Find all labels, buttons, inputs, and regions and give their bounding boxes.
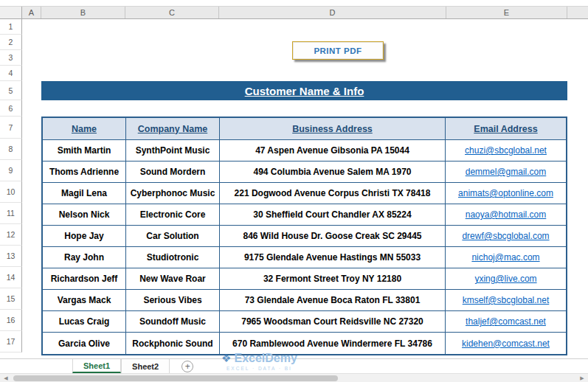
name-cell[interactable]: Magil Lena xyxy=(43,183,126,204)
print-pdf-button[interactable]: PRINT PDF xyxy=(292,41,384,60)
address-cell[interactable]: 32 Fermont Street Troy NY 12180 xyxy=(220,268,446,289)
table-row: Ray John Studiotronic 9175 Glendale Aven… xyxy=(43,247,566,268)
header-email[interactable]: Email Address xyxy=(446,118,566,139)
column-header-d[interactable]: D xyxy=(219,7,446,18)
table-row: Thoms Adrienne Sound Mordern 494 Columbi… xyxy=(43,162,566,183)
table-row: Richardson Jeff New Wave Roar 32 Fermont… xyxy=(43,268,566,290)
name-cell[interactable]: Vargas Mack xyxy=(43,290,126,310)
row-header-9[interactable]: 9 xyxy=(0,160,22,181)
email-link[interactable]: demmel@gmail.com xyxy=(446,162,566,182)
address-cell[interactable]: 9175 Glendale Avenue Hastings MN 55033 xyxy=(220,247,446,268)
address-cell[interactable]: 47 Aspen Avenue Gibsonia PA 15044 xyxy=(220,140,446,161)
table-row: Vargas Mack Serious Vibes 73 Glendale Av… xyxy=(43,290,566,311)
row-header-6[interactable]: 6 xyxy=(0,100,22,117)
column-header-c[interactable]: C xyxy=(125,7,219,18)
address-cell[interactable]: 30 Sheffield Court Chandler AX 85224 xyxy=(220,204,446,225)
address-cell[interactable]: 73 Glendale Avenue Boca Raton FL 33801 xyxy=(220,290,446,310)
tab-sheet1[interactable]: Sheet1 xyxy=(72,359,121,373)
table-row: Garcia Olive Rockphonic Sound 670 Ramble… xyxy=(43,333,566,354)
table-header-row: Name Company Name Business Address Email… xyxy=(43,118,566,140)
tab-bar-spacer xyxy=(0,359,72,373)
horizontal-scrollbar[interactable]: ◀ ▶ xyxy=(0,373,588,382)
scroll-right-arrow-icon[interactable]: ▶ xyxy=(576,374,588,382)
address-cell[interactable]: 7965 Woodsman Court Reidsville NC 27320 xyxy=(220,311,446,332)
add-sheet-button[interactable]: + xyxy=(181,361,193,372)
name-cell[interactable]: Hope Jay xyxy=(43,226,126,246)
address-cell[interactable]: 670 Ramblewood Avenue Windermere FL 3478… xyxy=(220,333,446,354)
address-cell[interactable]: 221 Dogwood Avenue Corpus Christi TX 784… xyxy=(220,183,446,204)
select-all-corner[interactable] xyxy=(0,7,22,18)
header-address[interactable]: Business Address xyxy=(220,118,446,139)
email-link[interactable]: yxing@live.com xyxy=(446,268,566,289)
company-cell[interactable]: SynthPoint Music xyxy=(126,140,220,161)
email-link[interactable]: kmself@sbcglobal.net xyxy=(446,290,566,310)
column-header-a[interactable]: A xyxy=(22,7,41,18)
customer-table: Name Company Name Business Address Email… xyxy=(41,117,567,355)
address-cell[interactable]: 846 Wild House Dr. Goose Creak SC 29445 xyxy=(220,226,446,246)
email-link[interactable]: kidehen@comcast.net xyxy=(446,333,566,354)
company-cell[interactable]: Serious Vibes xyxy=(126,290,220,310)
company-cell[interactable]: New Wave Roar xyxy=(126,268,220,289)
table-row: Lucas Craig Soundoff Music 7965 Woodsman… xyxy=(43,311,566,333)
sheet-tab-bar: Sheet1 Sheet2 + xyxy=(0,358,588,373)
title-banner-cell[interactable]: Customer Name & Info xyxy=(41,81,567,100)
row-header-1[interactable]: 1 xyxy=(0,19,22,35)
email-link[interactable]: nichoj@mac.com xyxy=(446,247,566,268)
table-row: Nelson Nick Electronic Core 30 Sheffield… xyxy=(43,204,566,226)
company-cell[interactable]: Studiotronic xyxy=(126,247,220,268)
header-name[interactable]: Name xyxy=(43,118,126,139)
email-link[interactable]: chuzi@sbcglobal.net xyxy=(446,140,566,161)
table-row: Magil Lena Cyberphonoc Music 221 Dogwood… xyxy=(43,183,566,204)
table-row: Smith Martin SynthPoint Music 47 Aspen A… xyxy=(43,140,566,162)
row-header-14[interactable]: 14 xyxy=(0,267,22,288)
table-row: Hope Jay Car Solution 846 Wild House Dr.… xyxy=(43,226,566,247)
company-cell[interactable]: Rockphonic Sound xyxy=(126,333,220,354)
name-cell[interactable]: Smith Martin xyxy=(43,140,126,161)
name-cell[interactable]: Lucas Craig xyxy=(43,311,126,332)
row-header-2[interactable]: 2 xyxy=(0,35,22,50)
tab-sheet2[interactable]: Sheet2 xyxy=(121,359,170,373)
row-header-4[interactable]: 4 xyxy=(0,66,22,81)
name-cell[interactable]: Nelson Nick xyxy=(43,204,126,225)
name-cell[interactable]: Thoms Adrienne xyxy=(43,162,126,182)
company-cell[interactable]: Car Solution xyxy=(126,226,220,246)
company-cell[interactable]: Sound Mordern xyxy=(126,162,220,182)
row-header-5[interactable]: 5 xyxy=(0,81,22,100)
email-link[interactable]: naoya@hotmail.com xyxy=(446,204,566,225)
address-cell[interactable]: 494 Columbia Avenue Salem MA 1970 xyxy=(220,162,446,182)
column-header-b[interactable]: B xyxy=(41,7,125,18)
name-cell[interactable]: Ray John xyxy=(43,247,126,268)
scroll-left-arrow-icon[interactable]: ◀ xyxy=(0,374,12,382)
company-cell[interactable]: Electronic Core xyxy=(126,204,220,225)
row-header-13[interactable]: 13 xyxy=(0,246,22,267)
column-header-e[interactable]: E xyxy=(446,7,567,18)
row-header-10[interactable]: 10 xyxy=(0,181,22,203)
email-link[interactable]: drewf@sbcglobal.com xyxy=(446,226,566,246)
row-header-strip: 1 2 3 4 5 6 7 8 9 10 11 12 13 14 15 16 1… xyxy=(0,19,22,353)
row-header-15[interactable]: 15 xyxy=(0,288,22,310)
row-header-12[interactable]: 12 xyxy=(0,224,22,246)
row-header-17[interactable]: 17 xyxy=(0,331,22,353)
column-header-strip: A B C D E xyxy=(0,6,588,19)
sheet-grid: PRINT PDF Customer Name & Info Name Comp… xyxy=(22,19,588,353)
row-header-11[interactable]: 11 xyxy=(0,203,22,224)
scrollbar-thumb[interactable] xyxy=(13,375,338,381)
company-cell[interactable]: Cyberphonoc Music xyxy=(126,183,220,204)
company-cell[interactable]: Soundoff Music xyxy=(126,311,220,332)
email-link[interactable]: animats@optonline.com xyxy=(446,183,566,204)
name-cell[interactable]: Garcia Olive xyxy=(43,333,126,354)
name-cell[interactable]: Richardson Jeff xyxy=(43,268,126,289)
excel-window: A B C D E 1 2 3 4 5 6 7 8 9 10 11 12 13 … xyxy=(0,0,588,382)
header-company[interactable]: Company Name xyxy=(126,118,220,139)
row-header-8[interactable]: 8 xyxy=(0,139,22,160)
row-header-3[interactable]: 3 xyxy=(0,50,22,66)
row-header-16[interactable]: 16 xyxy=(0,310,22,331)
email-link[interactable]: thaljef@comcast.net xyxy=(446,311,566,332)
row-header-7[interactable]: 7 xyxy=(0,117,22,139)
column-header-partial[interactable] xyxy=(567,7,588,18)
